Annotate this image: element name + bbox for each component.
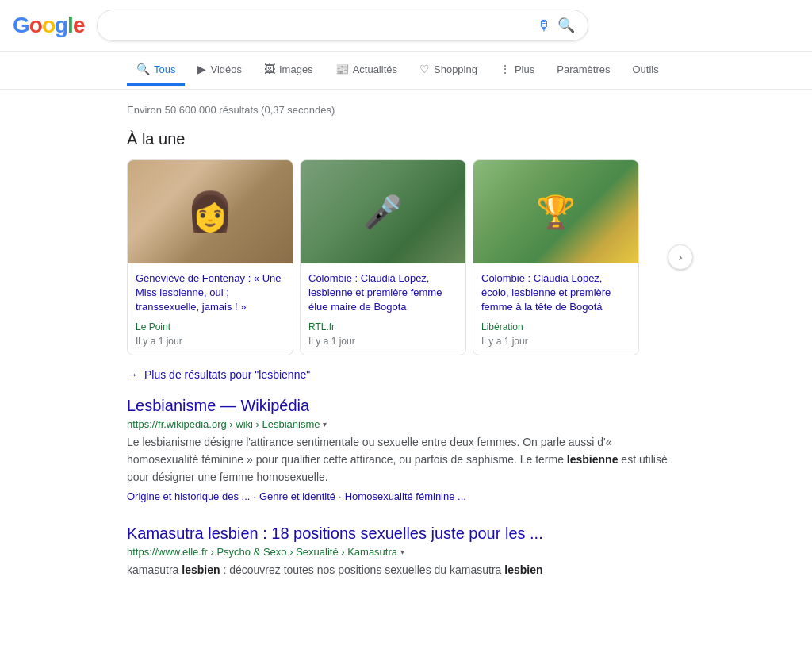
search-box: lesbienne 🎙 🔍 (97, 10, 588, 41)
result-title-wikipedia[interactable]: Lesbianisme — Wikipédia (127, 397, 685, 415)
result-snippet-elle: kamasutra lesbien : découvrez toutes nos… (127, 561, 685, 578)
nav-tabs: 🔍 Tous ▶ Vidéos 🖼 Images 📰 Actualités ♡ … (0, 52, 812, 90)
news-card-1[interactable]: Geneviève de Fontenay : « Une Miss lesbi… (127, 159, 293, 355)
news-card-title-3: Colombie : Claudia López, écolo, lesbien… (481, 271, 630, 315)
news-card-image-2 (301, 160, 465, 263)
result-sub-link-wikipedia-2[interactable]: Genre et identité (259, 490, 335, 502)
more-results-link[interactable]: → Plus de résultats pour "lesbienne" (127, 368, 685, 381)
tab-tous[interactable]: 🔍 Tous (127, 55, 185, 86)
main-content: Environ 50 600 000 résultats (0,37 secon… (0, 90, 812, 607)
result-stats: Environ 50 600 000 résultats (0,37 secon… (127, 96, 685, 124)
news-card-2[interactable]: Colombie : Claudia Lopez, lesbienne et p… (300, 159, 466, 355)
news-card-image-3 (473, 160, 638, 263)
news-card-body-1: Geneviève de Fontenay : « Une Miss lesbi… (128, 263, 293, 355)
news-card-body-2: Colombie : Claudia Lopez, lesbienne et p… (301, 263, 465, 355)
news-card-title-1: Geneviève de Fontenay : « Une Miss lesbi… (136, 271, 285, 315)
search-result-wikipedia: Lesbianisme — Wikipédia https://fr.wikip… (127, 397, 685, 502)
result-snippet-wikipedia: Le lesbianisme désigne l'attirance senti… (127, 433, 685, 486)
tab-videos[interactable]: ▶ Vidéos (188, 55, 251, 86)
more-icon: ⋮ (500, 63, 511, 75)
news-card-title-2: Colombie : Claudia Lopez, lesbienne et p… (308, 271, 458, 315)
news-card-time-1: Il y a 1 jour (136, 336, 285, 347)
news-card-body-3: Colombie : Claudia López, écolo, lesbien… (473, 263, 638, 355)
result-url-wikipedia: https://fr.wikipedia.org › wiki › Lesbia… (127, 418, 685, 430)
news-cards-container: Geneviève de Fontenay : « Une Miss lesbi… (127, 159, 685, 355)
tab-shopping[interactable]: ♡ Shopping (410, 55, 487, 86)
microphone-icon[interactable]: 🎙 (537, 17, 551, 34)
result-title-elle[interactable]: Kamasutra lesbien : 18 positions sexuell… (127, 525, 685, 543)
tab-actualites[interactable]: 📰 Actualités (326, 55, 407, 86)
news-card-image-1 (128, 160, 293, 263)
news-card-source-1: Le Point (136, 321, 285, 332)
tab-parametres[interactable]: Paramètres (547, 56, 619, 86)
news-card-3[interactable]: Colombie : Claudia López, écolo, lesbien… (473, 159, 639, 355)
header: Google lesbienne 🎙 🔍 (0, 0, 812, 52)
a-la-une-title: À la une (127, 130, 685, 148)
carousel-next-button[interactable]: › (668, 244, 693, 270)
result-links-wikipedia: Origine et historique des ... · Genre et… (127, 490, 685, 502)
arrow-right-icon: → (127, 368, 138, 381)
result-sub-link-wikipedia-1[interactable]: Origine et historique des ... (127, 490, 250, 502)
news-card-time-2: Il y a 1 jour (308, 336, 458, 347)
actualites-icon: 📰 (335, 63, 349, 75)
result-url-elle: https://www.elle.fr › Psycho & Sexo › Se… (127, 546, 685, 558)
a-la-une-section: À la une Geneviève de Fontenay : « Une M… (127, 130, 685, 381)
result-sub-link-wikipedia-3[interactable]: Homosexualité féminine ... (345, 490, 466, 502)
search-icon[interactable]: 🔍 (557, 17, 575, 34)
tab-images[interactable]: 🖼 Images (255, 55, 323, 86)
url-dropdown-arrow-wikipedia[interactable]: ▾ (323, 420, 327, 428)
tab-outils[interactable]: Outils (622, 56, 668, 86)
images-icon: 🖼 (264, 63, 275, 75)
url-dropdown-arrow-elle[interactable]: ▾ (400, 548, 404, 556)
search-input[interactable]: lesbienne (110, 18, 530, 33)
google-logo[interactable]: Google (13, 13, 84, 38)
news-card-source-3: Libération (481, 321, 630, 332)
news-card-source-2: RTL.fr (308, 321, 458, 332)
videos-icon: ▶ (197, 63, 206, 75)
news-card-time-3: Il y a 1 jour (481, 336, 630, 347)
search-result-elle: Kamasutra lesbien : 18 positions sexuell… (127, 525, 685, 578)
shopping-icon: ♡ (419, 63, 430, 75)
tous-icon: 🔍 (136, 63, 150, 75)
tab-plus[interactable]: ⋮ Plus (490, 55, 544, 86)
